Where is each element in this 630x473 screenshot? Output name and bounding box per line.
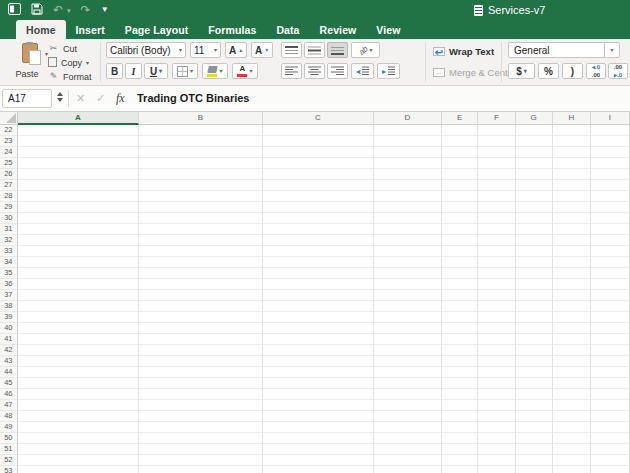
cell-F32[interactable] <box>478 235 515 246</box>
cell-H47[interactable] <box>553 400 591 411</box>
cell-E34[interactable] <box>442 257 478 268</box>
redo-icon[interactable]: ↷ <box>81 4 91 16</box>
cell-C32[interactable] <box>263 235 374 246</box>
cell-C41[interactable] <box>263 334 374 345</box>
fill-color-button[interactable]: ▾ <box>202 63 228 79</box>
cell-I50[interactable] <box>591 433 630 444</box>
cell-C29[interactable] <box>263 202 374 213</box>
cell-E49[interactable] <box>442 422 478 433</box>
cell-D36[interactable] <box>374 279 442 290</box>
cell-H45[interactable] <box>553 378 591 389</box>
increase-indent-button[interactable]: ▸ <box>377 63 400 79</box>
cell-G45[interactable] <box>516 378 553 389</box>
row-header-49[interactable]: 49 <box>0 422 18 433</box>
cell-H26[interactable] <box>553 169 591 180</box>
cell-I24[interactable] <box>591 147 630 158</box>
tab-home[interactable]: Home <box>16 20 66 39</box>
cell-B26[interactable] <box>139 169 263 180</box>
cell-A30[interactable] <box>18 213 139 224</box>
cell-G43[interactable] <box>516 356 553 367</box>
font-color-button[interactable]: A ▾ <box>232 63 258 79</box>
currency-dropdown-icon[interactable]: ▾ <box>524 68 527 74</box>
align-left-button[interactable] <box>281 63 302 79</box>
cell-D35[interactable] <box>374 268 442 279</box>
cell-H44[interactable] <box>553 367 591 378</box>
cell-E51[interactable] <box>442 444 478 455</box>
percent-style-button[interactable]: % <box>538 63 559 79</box>
cell-B52[interactable] <box>139 455 263 466</box>
cell-A23[interactable] <box>18 136 139 147</box>
cell-E23[interactable] <box>442 136 478 147</box>
cell-I32[interactable] <box>591 235 630 246</box>
cell-C45[interactable] <box>263 378 374 389</box>
cell-D26[interactable] <box>374 169 442 180</box>
cell-A42[interactable] <box>18 345 139 356</box>
cell-I45[interactable] <box>591 378 630 389</box>
cell-A43[interactable] <box>18 356 139 367</box>
cell-A32[interactable] <box>18 235 139 246</box>
cell-D32[interactable] <box>374 235 442 246</box>
cell-B49[interactable] <box>139 422 263 433</box>
cell-C27[interactable] <box>263 180 374 191</box>
cell-D40[interactable] <box>374 323 442 334</box>
cell-F48[interactable] <box>478 411 515 422</box>
cell-C52[interactable] <box>263 455 374 466</box>
cut-button[interactable]: ✂ Cut <box>48 43 92 54</box>
cell-H51[interactable] <box>553 444 591 455</box>
cell-G35[interactable] <box>516 268 553 279</box>
cell-E29[interactable] <box>442 202 478 213</box>
bold-button[interactable]: B <box>106 63 123 79</box>
cell-D47[interactable] <box>374 400 442 411</box>
cell-E39[interactable] <box>442 312 478 323</box>
row-header-32[interactable]: 32 <box>0 235 18 246</box>
cell-H31[interactable] <box>553 224 591 235</box>
cell-H48[interactable] <box>553 411 591 422</box>
cell-F53[interactable] <box>478 466 515 473</box>
cell-F50[interactable] <box>478 433 515 444</box>
cell-A36[interactable] <box>18 279 139 290</box>
cell-G50[interactable] <box>516 433 553 444</box>
cell-F45[interactable] <box>478 378 515 389</box>
cell-G41[interactable] <box>516 334 553 345</box>
cell-D46[interactable] <box>374 389 442 400</box>
cell-E24[interactable] <box>442 147 478 158</box>
cell-E25[interactable] <box>442 158 478 169</box>
cell-C35[interactable] <box>263 268 374 279</box>
cell-A41[interactable] <box>18 334 139 345</box>
row-header-41[interactable]: 41 <box>0 334 18 345</box>
tab-view[interactable]: View <box>366 20 410 39</box>
cell-A39[interactable] <box>18 312 139 323</box>
cell-D33[interactable] <box>374 246 442 257</box>
row-header-39[interactable]: 39 <box>0 312 18 323</box>
cell-H53[interactable] <box>553 466 591 473</box>
cell-A50[interactable] <box>18 433 139 444</box>
cell-F38[interactable] <box>478 301 515 312</box>
cell-E52[interactable] <box>442 455 478 466</box>
row-header-43[interactable]: 43 <box>0 356 18 367</box>
cell-A31[interactable] <box>18 224 139 235</box>
cell-C44[interactable] <box>263 367 374 378</box>
cell-F35[interactable] <box>478 268 515 279</box>
cell-G22[interactable] <box>516 125 553 136</box>
cell-C22[interactable] <box>263 125 374 136</box>
cell-C26[interactable] <box>263 169 374 180</box>
cell-F41[interactable] <box>478 334 515 345</box>
cell-F25[interactable] <box>478 158 515 169</box>
cell-E53[interactable] <box>442 466 478 473</box>
cell-C46[interactable] <box>263 389 374 400</box>
row-header-23[interactable]: 23 <box>0 136 18 147</box>
cell-B50[interactable] <box>139 433 263 444</box>
cell-D37[interactable] <box>374 290 442 301</box>
row-header-22[interactable]: 22 <box>0 125 18 136</box>
cell-C40[interactable] <box>263 323 374 334</box>
tab-review[interactable]: Review <box>310 20 367 39</box>
cell-C36[interactable] <box>263 279 374 290</box>
row-header-52[interactable]: 52 <box>0 455 18 466</box>
cell-A29[interactable] <box>18 202 139 213</box>
cell-A28[interactable] <box>18 191 139 202</box>
row-header-38[interactable]: 38 <box>0 301 18 312</box>
cell-I29[interactable] <box>591 202 630 213</box>
cell-F42[interactable] <box>478 345 515 356</box>
cell-H24[interactable] <box>553 147 591 158</box>
cell-G32[interactable] <box>516 235 553 246</box>
